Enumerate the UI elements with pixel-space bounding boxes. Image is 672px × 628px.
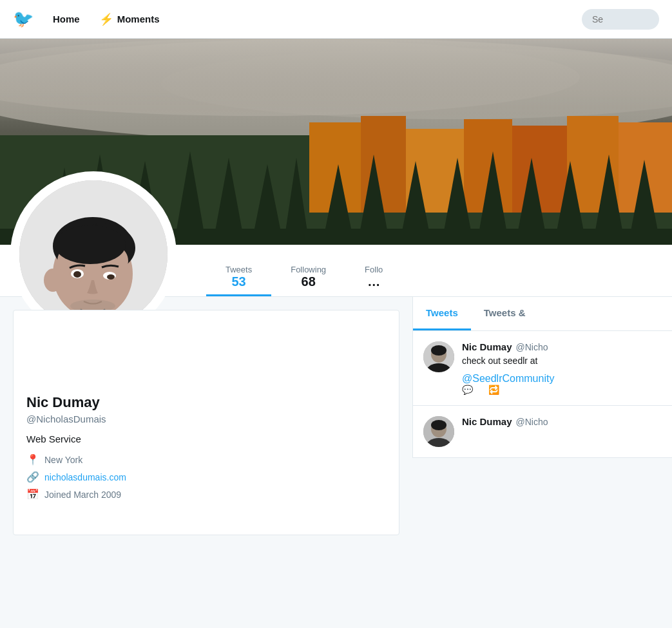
tweet-body-2: Nic Dumay @Nicho	[462, 416, 662, 448]
twitter-bird-icon: 🐦	[13, 9, 34, 29]
navbar: 🐦 Home ⚡ Moments	[0, 0, 672, 39]
tweet-avatar	[423, 341, 454, 372]
tweet-actions: 💬 🔁	[462, 385, 662, 395]
twitter-brand[interactable]: 🐦	[13, 9, 34, 29]
tweet-text: check out seedlr at	[462, 355, 662, 368]
svg-point-41	[55, 225, 126, 264]
nav-moments-link[interactable]: ⚡ Moments	[99, 12, 160, 26]
svg-point-46	[44, 269, 62, 292]
tweet-body: Nic Dumay @Nicho check out seedlr at @Se…	[462, 341, 662, 395]
tweet-header: Nic Dumay @Nicho	[462, 341, 662, 352]
svg-rect-10	[512, 126, 567, 213]
tweet-name: Nic Dumay	[462, 341, 512, 352]
reply-icon: 💬	[462, 385, 473, 395]
profile-meta: 📍 New York 🔗 nicholasdumais.com 📅 Joined…	[26, 453, 386, 500]
profile-name: Nic Dumay	[26, 394, 386, 411]
right-panel: Tweets Tweets &	[412, 297, 672, 458]
tweet-handle-2: @Nicho	[516, 417, 548, 427]
stat-following[interactable]: Following 68	[271, 260, 345, 296]
svg-rect-4	[0, 39, 672, 122]
right-panel-wrap: Tweets Tweets &	[412, 297, 672, 548]
following-label: Following	[291, 265, 326, 274]
nav-moments-label: Moments	[117, 14, 160, 24]
link-icon: 🔗	[26, 471, 39, 483]
followers-label: Follo	[365, 265, 383, 274]
following-count: 68	[302, 274, 316, 289]
nav-home-link[interactable]: Home	[53, 14, 80, 24]
meta-website: 🔗 nicholasdumais.com	[26, 471, 386, 483]
reply-action[interactable]: 💬	[462, 385, 473, 395]
left-panel: Nic Dumay @NicholasDumais Web Service 📍 …	[0, 297, 412, 548]
meta-joined: 📅 Joined March 2009	[26, 488, 386, 500]
tweet-header-2: Nic Dumay @Nicho	[462, 416, 662, 427]
tweets-label: Tweets	[226, 265, 252, 274]
nav-home-label: Home	[53, 14, 80, 24]
retweet-icon: 🔁	[488, 385, 499, 395]
website-link[interactable]: nicholasdumais.com	[44, 472, 126, 482]
search-input[interactable]	[582, 9, 659, 30]
svg-point-55	[431, 420, 446, 430]
profile-info: Nic Dumay @NicholasDumais Web Service 📍 …	[13, 310, 399, 535]
tab-tweets[interactable]: Tweets	[413, 297, 471, 330]
tweet-handle: @Nicho	[516, 342, 548, 352]
tweet-text-2	[462, 430, 662, 442]
retweet-action[interactable]: 🔁	[488, 385, 499, 395]
avatar	[19, 180, 168, 328]
svg-point-43	[73, 271, 81, 278]
profile-section: Tweets 53 Following 68 Follo …	[0, 245, 672, 297]
tweets-count: 53	[231, 274, 245, 289]
profile-bio: Web Service	[26, 433, 386, 444]
followers-count: …	[367, 274, 380, 289]
svg-point-51	[431, 345, 446, 356]
main-content: Nic Dumay @NicholasDumais Web Service 📍 …	[0, 297, 672, 548]
search-wrap	[582, 0, 672, 39]
joined-text: Joined March 2009	[44, 490, 121, 500]
tweets-tabs: Tweets Tweets &	[413, 297, 672, 331]
tweet-item: Nic Dumay @Nicho	[413, 406, 672, 459]
profile-handle: @NicholasDumais	[26, 414, 386, 424]
stat-followers[interactable]: Follo …	[345, 260, 402, 296]
meta-location: 📍 New York	[26, 453, 386, 466]
location-text: New York	[44, 455, 82, 465]
stat-tweets[interactable]: Tweets 53	[206, 260, 271, 296]
tweet-name-2: Nic Dumay	[462, 416, 512, 427]
tweet-avatar-2	[423, 416, 454, 447]
tweet-item: Nic Dumay @Nicho check out seedlr at @Se…	[413, 331, 672, 406]
tweet-mention-link[interactable]: @SeedlrCommunity	[462, 373, 554, 384]
calendar-icon: 📅	[26, 488, 39, 500]
tab-tweets-replies[interactable]: Tweets &	[471, 297, 539, 330]
location-icon: 📍	[26, 453, 39, 466]
tweet-mention: @SeedlrCommunity	[462, 373, 662, 385]
svg-point-45	[107, 274, 115, 280]
bolt-icon: ⚡	[99, 12, 113, 26]
